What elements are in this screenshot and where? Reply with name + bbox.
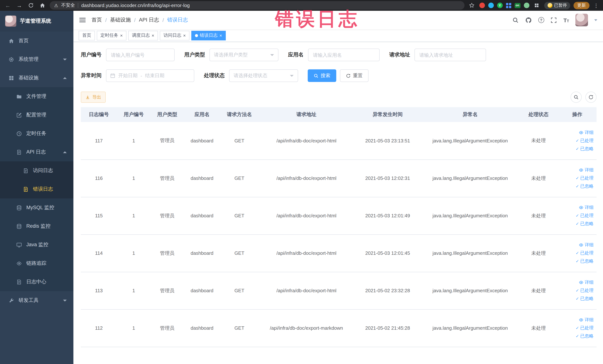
breadcrumb-api-logs[interactable]: API 日志 <box>139 17 159 23</box>
sidebar: 芋道管理系统 首页 系统管理 基础设施 文件管理 配置管理 定时任务 API 日… <box>0 11 73 364</box>
user-id-label: 用户编号 <box>81 52 102 58</box>
sidebar-item-scheduled-jobs[interactable]: 定时任务 <box>0 124 73 143</box>
action-ignored-link[interactable]: ✓已忽略 <box>576 295 593 302</box>
action-detail-link[interactable]: 详细 <box>579 129 593 136</box>
back-icon[interactable]: ← <box>4 1 12 10</box>
eye-icon <box>579 130 583 135</box>
action-ignored-link[interactable]: ✓已忽略 <box>576 258 593 264</box>
close-icon[interactable]: × <box>152 33 154 38</box>
action-ignored-link[interactable]: ✓已忽略 <box>576 333 593 339</box>
app-logo[interactable]: 芋道管理系统 <box>0 11 73 32</box>
sidebar-item-log-center[interactable]: 日志中心 <box>0 273 73 291</box>
action-processed-link[interactable]: ✓已处理 <box>576 212 593 219</box>
active-dot-icon <box>195 34 198 37</box>
action-processed-link[interactable]: ✓已处理 <box>576 175 593 181</box>
action-detail-link[interactable]: 详细 <box>579 279 593 286</box>
extension-puzzle-icon[interactable] <box>533 1 541 10</box>
sidebar-item-file-management[interactable]: 文件管理 <box>0 87 73 106</box>
close-icon[interactable]: × <box>120 33 123 38</box>
table-row: 117 1 管理员 dashboard GET /api/infra/db-do… <box>81 122 596 159</box>
font-size-icon[interactable]: TT <box>563 17 569 23</box>
breadcrumb-infrastructure[interactable]: 基础设施 <box>110 17 131 23</box>
col-exception-name: 异常名 <box>421 107 519 122</box>
screen: ← → ⚠ 不安全 dashboard.yudao.iocoder.cn/inf… <box>0 0 603 364</box>
reload-icon[interactable] <box>27 1 35 10</box>
filter-row-2: 异常时间 开始日期 - 结束日期 处理状态 请选择处理状态 搜索 重置 <box>81 69 596 82</box>
search-icon[interactable] <box>512 17 519 23</box>
breadcrumb: 首页 / 基础设施 / API 日志 / 错误日志 <box>92 17 188 23</box>
action-detail-link[interactable]: 详细 <box>579 167 593 173</box>
action-ignored-link[interactable]: ✓已忽略 <box>576 221 593 227</box>
sidebar-item-system-management[interactable]: 系统管理 <box>0 50 73 69</box>
close-icon[interactable]: × <box>220 33 222 38</box>
forward-icon[interactable]: → <box>15 1 23 10</box>
address-bar[interactable]: ⚠ 不安全 dashboard.yudao.iocoder.cn/infra/l… <box>50 1 464 10</box>
security-label: 不安全 <box>61 2 75 9</box>
search-button[interactable]: 搜索 <box>308 69 336 82</box>
tab-home[interactable]: 首页 <box>79 31 95 40</box>
sidebar-item-redis-monitor[interactable]: Redis 监控 <box>0 217 73 235</box>
extension-icon[interactable]: Y <box>497 3 502 8</box>
bookmark-star-icon[interactable] <box>468 1 476 10</box>
action-detail-link[interactable]: 详细 <box>579 204 593 211</box>
refresh-table-button[interactable] <box>585 92 596 103</box>
extension-icon[interactable] <box>488 3 494 8</box>
app-name-input[interactable] <box>308 48 380 61</box>
close-icon[interactable]: × <box>183 33 186 38</box>
sidebar-item-dev-tools[interactable]: 研发工具 <box>0 291 73 310</box>
paused-chip[interactable]: 已暂停 <box>544 2 570 9</box>
browser-menu-icon[interactable]: ⋮ <box>593 2 600 8</box>
sidebar-item-home[interactable]: 首页 <box>0 32 73 50</box>
tab-schedule-log[interactable]: 调度日志× <box>128 31 158 40</box>
sidebar-item-mysql-monitor[interactable]: MySQL 监控 <box>0 199 73 217</box>
request-url-input[interactable] <box>415 48 486 61</box>
action-detail-link[interactable]: 详细 <box>579 242 593 248</box>
reset-button[interactable]: 重置 <box>340 69 369 82</box>
action-processed-link[interactable]: ✓已处理 <box>576 138 593 144</box>
breadcrumb-error-log: 错误日志 <box>167 17 188 23</box>
sidebar-item-access-log[interactable]: 访问日志 <box>0 161 73 180</box>
status-text: 未处理 <box>519 234 558 272</box>
user-id-input[interactable] <box>106 48 175 61</box>
update-button[interactable]: 更新 <box>574 2 590 9</box>
toggle-search-button[interactable] <box>570 92 582 103</box>
action-processed-link[interactable]: ✓已处理 <box>576 250 593 256</box>
sidebar-item-java-monitor[interactable]: Java 监控 <box>0 235 73 254</box>
tab-scheduled-jobs[interactable]: 定时任务× <box>97 31 127 40</box>
help-icon[interactable]: ? <box>538 17 544 23</box>
extension-on-badge[interactable]: on <box>514 3 520 8</box>
check-icon: ✓ <box>576 184 579 188</box>
col-exception-time: 异常发生时间 <box>354 107 421 122</box>
action-processed-link[interactable]: ✓已处理 <box>576 325 593 331</box>
chevron-down-icon <box>63 299 67 301</box>
action-detail-link[interactable]: 详细 <box>579 317 593 323</box>
sidebar-item-error-log[interactable]: 错误日志 <box>0 180 73 199</box>
caret-down-icon[interactable] <box>594 19 597 21</box>
filter-row-1: 用户编号 用户类型 请选择用户类型 应用名 请求地址 <box>81 48 596 61</box>
breadcrumb-home[interactable]: 首页 <box>92 17 102 23</box>
sidebar-item-config-management[interactable]: 配置管理 <box>0 106 73 124</box>
sidebar-item-trace[interactable]: 链路追踪 <box>0 254 73 273</box>
action-ignored-link[interactable]: ✓已忽略 <box>576 183 593 189</box>
exception-time-range-picker[interactable]: 开始日期 - 结束日期 <box>106 69 194 82</box>
sidebar-item-infrastructure[interactable]: 基础设施 <box>0 69 73 87</box>
user-type-select[interactable]: 请选择用户类型 <box>209 48 278 61</box>
check-icon: ✓ <box>576 334 579 338</box>
github-icon[interactable] <box>525 17 532 23</box>
tab-access-log[interactable]: 访问日志× <box>160 31 189 40</box>
fullscreen-icon[interactable] <box>550 17 557 23</box>
tab-error-log[interactable]: 错误日志× <box>191 31 226 40</box>
home-icon[interactable] <box>38 1 46 10</box>
header-actions: ? TT <box>512 14 597 26</box>
sidebar-toggle-icon[interactable] <box>79 18 86 22</box>
extension-icon[interactable] <box>479 3 485 8</box>
extension-icon[interactable] <box>524 3 529 8</box>
avatar[interactable] <box>575 14 588 26</box>
sidebar-item-api-logs[interactable]: API 日志 <box>0 143 73 161</box>
export-button[interactable]: 导出 <box>81 92 106 103</box>
table-toolbar: 导出 <box>81 92 596 103</box>
action-ignored-link[interactable]: ✓已忽略 <box>576 146 593 152</box>
extension-grid-icon[interactable] <box>506 3 511 8</box>
process-status-select[interactable]: 请选择处理状态 <box>229 69 298 82</box>
action-processed-link[interactable]: ✓已处理 <box>576 287 593 294</box>
